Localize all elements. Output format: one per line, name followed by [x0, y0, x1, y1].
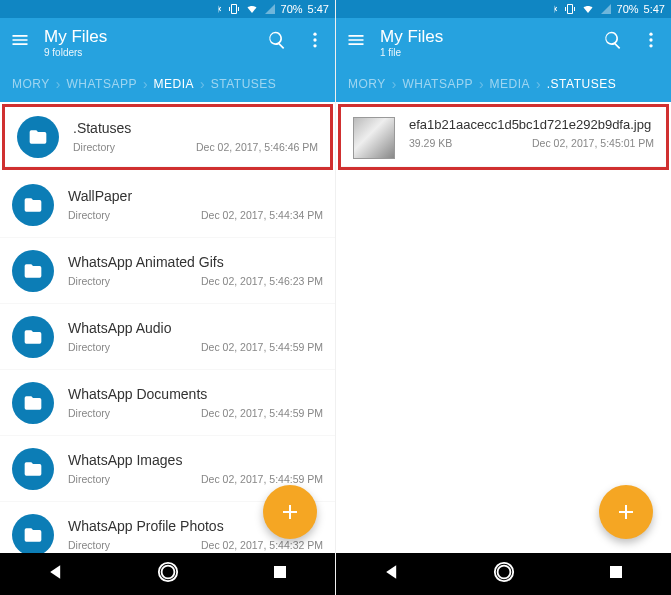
- item-type: Directory: [73, 141, 115, 153]
- bluetooth-icon: [214, 3, 223, 15]
- item-type: Directory: [68, 275, 110, 287]
- crumb[interactable]: STATUSES: [205, 77, 283, 91]
- phone-right: 70% 5:47 My Files 1 file MORY › WHATSAPP…: [336, 0, 671, 595]
- chevron-right-icon: ›: [200, 76, 205, 92]
- folder-icon: [12, 382, 54, 424]
- item-time: Dec 02, 2017, 5:46:23 PM: [201, 275, 323, 287]
- list-item[interactable]: WallPaper DirectoryDec 02, 2017, 5:44:34…: [0, 172, 335, 238]
- search-icon[interactable]: [603, 30, 623, 54]
- svg-rect-5: [274, 566, 286, 578]
- item-time: Dec 02, 2017, 5:44:59 PM: [201, 341, 323, 353]
- fab-add-button[interactable]: [599, 485, 653, 539]
- menu-icon[interactable]: [10, 30, 30, 54]
- item-time: Dec 02, 2017, 5:44:32 PM: [201, 539, 323, 551]
- app-title: My Files: [380, 27, 603, 47]
- item-type: Directory: [68, 539, 110, 551]
- item-time: Dec 02, 2017, 5:45:01 PM: [532, 137, 654, 149]
- signal-icon: [264, 3, 276, 15]
- list-item[interactable]: .Statuses Directory Dec 02, 2017, 5:46:4…: [5, 107, 330, 167]
- app-subtitle: 1 file: [380, 47, 603, 58]
- back-icon[interactable]: [46, 562, 66, 586]
- svg-point-9: [498, 566, 511, 579]
- signal-icon: [600, 3, 612, 15]
- chevron-right-icon: ›: [536, 76, 541, 92]
- menu-icon[interactable]: [346, 30, 366, 54]
- crumb[interactable]: MEDIA: [484, 77, 537, 91]
- phone-left: 70% 5:47 My Files 9 folders MORY › WHATS…: [0, 0, 335, 595]
- item-type: Directory: [68, 407, 110, 419]
- app-subtitle: 9 folders: [44, 47, 267, 58]
- title-block: My Files 1 file: [380, 27, 603, 58]
- crumb[interactable]: MORY: [342, 77, 392, 91]
- chevron-right-icon: ›: [479, 76, 484, 92]
- more-icon[interactable]: [305, 30, 325, 54]
- home-icon[interactable]: [157, 561, 179, 587]
- title-block: My Files 9 folders: [44, 27, 267, 58]
- chevron-right-icon: ›: [392, 76, 397, 92]
- item-time: Dec 02, 2017, 5:44:34 PM: [201, 209, 323, 221]
- item-name: WhatsApp Images: [68, 452, 323, 470]
- folder-icon: [12, 316, 54, 358]
- folder-icon: [12, 184, 54, 226]
- crumb-active[interactable]: .STATUSES: [541, 77, 622, 91]
- item-type: Directory: [68, 473, 110, 485]
- item-time: Dec 02, 2017, 5:44:59 PM: [201, 407, 323, 419]
- highlighted-row: efa1b21aacecc1d5bc1d721e292b9dfa.jpg 39.…: [338, 104, 669, 170]
- item-name: WhatsApp Documents: [68, 386, 323, 404]
- item-name: WallPaper: [68, 188, 323, 206]
- item-name: WhatsApp Audio: [68, 320, 323, 338]
- highlighted-row: .Statuses Directory Dec 02, 2017, 5:46:4…: [2, 104, 333, 170]
- crumb-active[interactable]: MEDIA: [148, 77, 201, 91]
- vibrate-icon: [564, 3, 576, 15]
- svg-point-2: [313, 44, 316, 47]
- svg-point-3: [162, 566, 175, 579]
- item-time: Dec 02, 2017, 5:46:46 PM: [196, 141, 318, 153]
- status-bar: 70% 5:47: [336, 0, 671, 18]
- breadcrumb[interactable]: MORY › WHATSAPP › MEDIA › STATUSES: [0, 66, 335, 102]
- recent-icon[interactable]: [271, 563, 289, 585]
- list-item[interactable]: WhatsApp Animated Gifs DirectoryDec 02, …: [0, 238, 335, 304]
- svg-point-6: [649, 33, 652, 36]
- more-icon[interactable]: [641, 30, 661, 54]
- crumb[interactable]: MORY: [6, 77, 56, 91]
- battery-pct: 70%: [281, 3, 303, 15]
- svg-point-7: [649, 38, 652, 41]
- folder-icon: [17, 116, 59, 158]
- image-thumbnail: [353, 117, 395, 159]
- nav-bar: [336, 553, 671, 595]
- item-name: efa1b21aacecc1d5bc1d721e292b9dfa.jpg: [409, 117, 654, 133]
- wifi-icon: [581, 3, 595, 15]
- list-item[interactable]: efa1b21aacecc1d5bc1d721e292b9dfa.jpg 39.…: [341, 107, 666, 167]
- item-time: Dec 02, 2017, 5:44:59 PM: [201, 473, 323, 485]
- battery-pct: 70%: [617, 3, 639, 15]
- item-type: Directory: [68, 341, 110, 353]
- folder-icon: [12, 514, 54, 554]
- chevron-right-icon: ›: [56, 76, 61, 92]
- folder-icon: [12, 448, 54, 490]
- clock: 5:47: [308, 3, 329, 15]
- svg-point-8: [649, 44, 652, 47]
- breadcrumb[interactable]: MORY › WHATSAPP › MEDIA › .STATUSES: [336, 66, 671, 102]
- bluetooth-icon: [550, 3, 559, 15]
- crumb[interactable]: WHATSAPP: [60, 77, 142, 91]
- svg-point-1: [313, 38, 316, 41]
- status-bar: 70% 5:47: [0, 0, 335, 18]
- search-icon[interactable]: [267, 30, 287, 54]
- chevron-right-icon: ›: [143, 76, 148, 92]
- list-item[interactable]: WhatsApp Audio DirectoryDec 02, 2017, 5:…: [0, 304, 335, 370]
- folder-icon: [12, 250, 54, 292]
- svg-rect-11: [610, 566, 622, 578]
- fab-add-button[interactable]: [263, 485, 317, 539]
- svg-point-0: [313, 33, 316, 36]
- item-type: Directory: [68, 209, 110, 221]
- home-icon[interactable]: [493, 561, 515, 587]
- recent-icon[interactable]: [607, 563, 625, 585]
- clock: 5:47: [644, 3, 665, 15]
- item-name: .Statuses: [73, 120, 318, 138]
- app-bar: My Files 1 file: [336, 18, 671, 66]
- crumb[interactable]: WHATSAPP: [396, 77, 478, 91]
- item-size: 39.29 KB: [409, 137, 452, 149]
- back-icon[interactable]: [382, 562, 402, 586]
- wifi-icon: [245, 3, 259, 15]
- list-item[interactable]: WhatsApp Documents DirectoryDec 02, 2017…: [0, 370, 335, 436]
